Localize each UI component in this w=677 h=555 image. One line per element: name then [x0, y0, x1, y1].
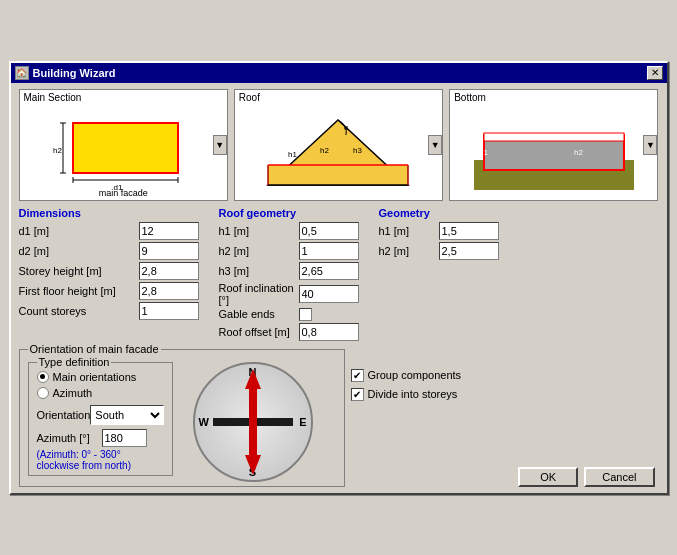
window-icon: 🏠 — [15, 66, 29, 80]
d2-label: d2 [m] — [19, 245, 139, 257]
radio-main-orientations[interactable]: Main orientations — [37, 371, 164, 383]
count-storeys-input[interactable] — [139, 302, 199, 320]
roof-h2-field: h2 [m] — [219, 242, 359, 260]
bottom-section: Orientation of main facade Type definiti… — [19, 349, 659, 487]
orientation-group: Orientation of main facade Type definiti… — [19, 349, 345, 487]
svg-text:h3: h3 — [353, 146, 362, 155]
roof-h3-input[interactable] — [299, 262, 359, 280]
count-storeys-field: Count storeys — [19, 302, 199, 320]
radio-group: Main orientations Azimuth — [37, 371, 164, 399]
svg-text:α: α — [344, 124, 348, 131]
ok-button[interactable]: OK — [518, 467, 578, 487]
compass-container: N S E W — [193, 362, 313, 482]
divide-storeys-checkbox[interactable]: ✔ — [351, 388, 364, 401]
storey-height-input[interactable] — [139, 262, 199, 280]
type-def-title: Type definition — [37, 356, 112, 368]
orientation-select[interactable]: South North East West — [90, 405, 163, 425]
roof-h3-field: h3 [m] — [219, 262, 359, 280]
svg-text:h1: h1 — [479, 148, 488, 157]
compass-arrow-up — [245, 369, 261, 389]
window-title: Building Wizard — [33, 67, 116, 79]
first-floor-label: First floor height [m] — [19, 285, 139, 297]
compass-west-label: W — [199, 416, 209, 428]
roof-geometry-header: Roof geometry — [219, 207, 359, 219]
dimensions-row: Dimensions d1 [m] d2 [m] Storey height [… — [19, 207, 659, 343]
radio-azimuth[interactable]: Azimuth — [37, 387, 164, 399]
d1-label: d1 [m] — [19, 225, 139, 237]
roof-preview: Roof h1 h — [235, 90, 442, 200]
cancel-button[interactable]: Cancel — [584, 467, 654, 487]
geom-h2-input[interactable] — [439, 242, 499, 260]
close-button[interactable]: ✕ — [647, 66, 663, 80]
main-section-arrow[interactable]: ▼ — [213, 135, 227, 155]
top-panels: Main Section h2 d1 — [19, 89, 659, 201]
main-facade-label: main facade — [99, 188, 148, 198]
bottom-preview: Bottom h1 h2 ▼ — [450, 90, 657, 200]
azimuth-input[interactable] — [102, 429, 147, 447]
orientation-group-title: Orientation of main facade — [28, 343, 161, 355]
d2-field: d2 [m] — [19, 242, 199, 260]
divide-storeys-row: ✔ Divide into storeys — [351, 388, 659, 401]
geom-h1-label: h1 [m] — [379, 225, 439, 237]
storey-height-label: Storey height [m] — [19, 265, 139, 277]
roof-offset-label: Roof offset [m] — [219, 326, 299, 338]
main-section-label: Main Section — [24, 92, 82, 103]
roof-h2-input[interactable] — [299, 242, 359, 260]
geom-h2-field: h2 [m] — [379, 242, 499, 260]
compass: N S E W — [193, 362, 313, 482]
radio-azimuth-circle — [37, 387, 49, 399]
roof-inclination-label: Roof inclination [°] — [219, 282, 299, 306]
gable-ends-field: Gable ends — [219, 308, 359, 321]
type-def-group: Type definition Main orientations Azimut… — [28, 362, 173, 476]
divide-storeys-label: Divide into storeys — [368, 388, 458, 400]
roof-h2-label: h2 [m] — [219, 245, 299, 257]
d1-field: d1 [m] — [19, 222, 199, 240]
bottom-arrow[interactable]: ▼ — [643, 135, 657, 155]
radio-main-dot — [40, 374, 45, 379]
group-components-checkbox[interactable]: ✔ — [351, 369, 364, 382]
title-bar-title: 🏠 Building Wizard — [15, 66, 116, 80]
geom-h1-field: h1 [m] — [379, 222, 499, 240]
main-content: Main Section h2 d1 — [11, 83, 667, 493]
svg-rect-10 — [268, 165, 408, 185]
main-section-panel: Main Section h2 d1 — [19, 89, 228, 201]
roof-arrow[interactable]: ▼ — [428, 135, 442, 155]
roof-h1-field: h1 [m] — [219, 222, 359, 240]
roof-panel-label: Roof — [239, 92, 260, 103]
radio-main-circle — [37, 371, 49, 383]
bottom-panel-label: Bottom — [454, 92, 486, 103]
first-floor-field: First floor height [m] — [19, 282, 199, 300]
d2-input[interactable] — [139, 242, 199, 260]
group-components-row: ✔ Group components — [351, 369, 659, 382]
main-section-preview: Main Section h2 d1 — [20, 90, 227, 200]
azimuth-label: Azimuth [°] — [37, 432, 102, 444]
orientation-label: Orientation — [37, 409, 91, 421]
roof-inclination-input[interactable] — [299, 285, 359, 303]
first-floor-input[interactable] — [139, 282, 199, 300]
roof-inclination-field: Roof inclination [°] — [219, 282, 359, 306]
roof-h1-input[interactable] — [299, 222, 359, 240]
compass-vertical-bar — [249, 382, 257, 462]
azimuth-row: Azimuth [°] — [37, 429, 164, 447]
radio-main-label: Main orientations — [53, 371, 137, 383]
dimensions-section: Dimensions d1 [m] d2 [m] Storey height [… — [19, 207, 199, 343]
geometry-section: Geometry h1 [m] h2 [m] — [379, 207, 499, 343]
svg-rect-0 — [73, 123, 178, 173]
gable-ends-checkbox[interactable] — [299, 308, 312, 321]
right-options: ✔ Group components ✔ Divide into storeys — [351, 349, 659, 401]
ok-cancel-row: OK Cancel — [351, 467, 659, 487]
group-components-label: Group components — [368, 369, 462, 381]
radio-azimuth-label: Azimuth — [53, 387, 93, 399]
svg-text:h2: h2 — [320, 146, 329, 155]
d1-input[interactable] — [139, 222, 199, 240]
roof-panel: Roof h1 h — [234, 89, 443, 201]
bottom-panel: Bottom h1 h2 ▼ — [449, 89, 658, 201]
roof-offset-input[interactable] — [299, 323, 359, 341]
geom-h1-input[interactable] — [439, 222, 499, 240]
geometry-header: Geometry — [379, 207, 499, 219]
roof-h1-label: h1 [m] — [219, 225, 299, 237]
gable-ends-label: Gable ends — [219, 308, 299, 320]
roof-geometry-section: Roof geometry h1 [m] h2 [m] h3 [m] Roof … — [219, 207, 359, 343]
roof-offset-field: Roof offset [m] — [219, 323, 359, 341]
geom-h2-label: h2 [m] — [379, 245, 439, 257]
